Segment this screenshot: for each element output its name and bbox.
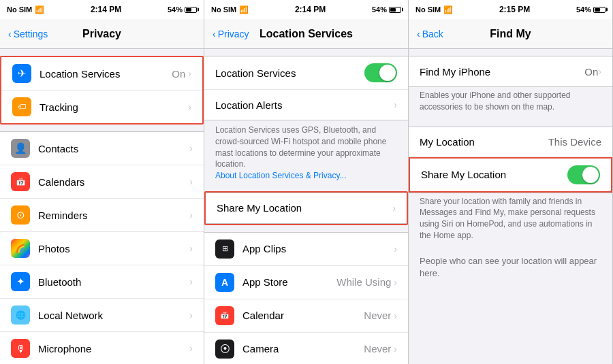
app-store-item[interactable]: A App Store While Using › bbox=[204, 266, 408, 299]
find-my-iphone-group: Find My iPhone On › bbox=[409, 56, 612, 87]
photos-icon: 🌈 bbox=[11, 239, 30, 258]
find-my-iphone-item[interactable]: Find My iPhone On › bbox=[409, 56, 612, 86]
my-location-label: My Location bbox=[420, 136, 548, 148]
content-3: Find My iPhone On › Enables your iPhone … bbox=[409, 49, 612, 364]
local-network-item[interactable]: 🌐 Local Network › bbox=[0, 299, 204, 332]
photos-item[interactable]: 🌈 Photos › bbox=[0, 232, 204, 265]
microphone-item[interactable]: 🎙 Microphone › bbox=[0, 332, 204, 364]
battery-label-1: 54% bbox=[168, 5, 183, 14]
back-label-1[interactable]: Settings bbox=[14, 29, 48, 39]
nav-title-2: Location Services bbox=[260, 28, 353, 40]
calendars-item[interactable]: 📅 Calendars › bbox=[0, 165, 204, 199]
bluetooth-item[interactable]: ✦ Bluetooth › bbox=[0, 265, 204, 299]
description-text: Location Services uses GPS, Bluetooth, a… bbox=[215, 125, 386, 169]
chevron-app-clips: › bbox=[394, 244, 397, 254]
status-bar-3: No SIM 📶 2:15 PM 54% bbox=[409, 0, 612, 19]
chevron-left-icon-3: ‹ bbox=[417, 29, 420, 39]
reminders-item[interactable]: ⊙ Reminders › bbox=[0, 199, 204, 232]
find-my-iphone-label: Find My iPhone bbox=[420, 66, 584, 78]
top-section-2: Location Services Location Alerts › Loca… bbox=[204, 56, 408, 188]
camera-icon-2: ⦿ bbox=[215, 340, 234, 359]
camera-item-2[interactable]: ⦿ Camera Never › bbox=[204, 333, 408, 364]
app-clips-item[interactable]: ⊞ App Clips › bbox=[204, 233, 408, 266]
time-3: 2:15 PM bbox=[499, 5, 530, 14]
wifi-icon-1: 📶 bbox=[35, 5, 44, 14]
chevron-left-icon-2: ‹ bbox=[213, 29, 216, 39]
chevron-microphone: › bbox=[189, 343, 193, 354]
calendar-icon: 📅 bbox=[215, 306, 234, 325]
status-right-1: 54% bbox=[168, 5, 197, 14]
location-services-label: Location Services bbox=[40, 68, 172, 80]
nav-bar-3: ‹ Back Find My bbox=[409, 19, 612, 49]
share-my-location-label-3: Share My Location bbox=[421, 169, 567, 180]
app-store-label: App Store bbox=[242, 276, 336, 288]
battery-label-3: 54% bbox=[576, 5, 591, 14]
chevron-reminders: › bbox=[189, 210, 193, 220]
location-privacy-link[interactable]: About Location Services & Privacy... bbox=[215, 171, 347, 180]
share-my-location-highlighted: Share My Location bbox=[409, 157, 612, 193]
microphone-icon: 🎙 bbox=[11, 339, 30, 358]
my-location-section: My Location This Device Share My Locatio… bbox=[409, 127, 612, 248]
bluetooth-label: Bluetooth bbox=[38, 276, 189, 288]
status-right-2: 54% bbox=[372, 5, 401, 14]
chevron-alerts: › bbox=[394, 99, 397, 110]
panel-location-services: No SIM 📶 2:14 PM 54% ‹ Privacy Location … bbox=[204, 0, 409, 364]
content-1: ✈ Location Services On › 🏷 Tracking › 👤 … bbox=[0, 49, 204, 364]
share-my-location-item[interactable]: Share My Location bbox=[410, 159, 611, 191]
contacts-label: Contacts bbox=[38, 143, 189, 154]
location-services-toggle-item[interactable]: Location Services bbox=[204, 56, 408, 90]
app-section: ⊞ App Clips › A App Store While Using › … bbox=[204, 232, 408, 364]
share-location-section: Share My Location › bbox=[204, 191, 408, 225]
calendar-value: Never bbox=[364, 310, 391, 321]
camera-label-2: Camera bbox=[242, 343, 364, 354]
microphone-label: Microphone bbox=[38, 343, 189, 354]
back-label-2[interactable]: Privacy bbox=[218, 29, 249, 39]
panel-privacy: No SIM 📶 2:14 PM 54% ‹ Settings Privacy … bbox=[0, 0, 204, 364]
no-sim-label-1: No SIM bbox=[7, 5, 32, 14]
chevron-contacts: › bbox=[189, 143, 193, 154]
reminders-icon: ⊙ bbox=[11, 205, 30, 225]
local-network-label: Local Network bbox=[38, 310, 189, 321]
location-services-toggle[interactable] bbox=[364, 63, 397, 82]
nav-title-3: Find My bbox=[490, 28, 531, 40]
back-button-3[interactable]: ‹ Back bbox=[417, 29, 443, 39]
photos-label: Photos bbox=[38, 243, 189, 254]
top-section-1: ✈ Location Services On › 🏷 Tracking › bbox=[0, 56, 204, 125]
nav-bar-1: ‹ Settings Privacy bbox=[0, 19, 204, 49]
calendars-icon: 📅 bbox=[11, 172, 30, 191]
find-my-iphone-value: On bbox=[584, 66, 598, 78]
chevron-find-my-iphone: › bbox=[598, 66, 601, 77]
location-alerts-item[interactable]: Location Alerts › bbox=[204, 90, 408, 120]
back-button-1[interactable]: ‹ Settings bbox=[8, 29, 48, 39]
status-bar-2: No SIM 📶 2:14 PM 54% bbox=[204, 0, 408, 19]
chevron-calendar: › bbox=[394, 310, 397, 321]
chevron-photos: › bbox=[189, 243, 193, 254]
chevron-app-store: › bbox=[394, 277, 397, 288]
status-left-1: No SIM 📶 bbox=[7, 5, 44, 14]
status-bar-1: No SIM 📶 2:14 PM 54% bbox=[0, 0, 204, 19]
my-location-value: This Device bbox=[548, 136, 601, 148]
location-alerts-label: Location Alerts bbox=[215, 99, 394, 111]
my-location-group: My Location This Device Share My Locatio… bbox=[409, 127, 612, 193]
calendar-label: Calendar bbox=[242, 310, 364, 321]
tracking-item[interactable]: 🏷 Tracking › bbox=[1, 90, 202, 123]
calendars-label: Calendars bbox=[38, 176, 189, 188]
share-my-location-item[interactable]: Share My Location › bbox=[206, 193, 407, 223]
location-services-item[interactable]: ✈ Location Services On › bbox=[1, 57, 202, 90]
reminders-label: Reminders bbox=[38, 210, 189, 221]
tracking-label: Tracking bbox=[40, 101, 188, 113]
toggle-knob-share bbox=[582, 167, 599, 183]
nav-title-1: Privacy bbox=[82, 28, 121, 40]
back-button-2[interactable]: ‹ Privacy bbox=[213, 29, 249, 39]
share-my-location-toggle[interactable] bbox=[567, 165, 600, 184]
back-label-3[interactable]: Back bbox=[422, 29, 443, 39]
status-left-2: No SIM 📶 bbox=[211, 5, 249, 14]
people-text: People who can see your location will ap… bbox=[409, 248, 612, 286]
location-toggle-group: Location Services Location Alerts › bbox=[204, 56, 408, 120]
no-sim-label-2: No SIM bbox=[211, 5, 236, 14]
contacts-item[interactable]: 👤 Contacts › bbox=[0, 132, 204, 165]
content-2: Location Services Location Alerts › Loca… bbox=[204, 49, 408, 364]
toggle-knob bbox=[379, 65, 396, 81]
panel-find-my: No SIM 📶 2:15 PM 54% ‹ Back Find My Find… bbox=[409, 0, 613, 364]
calendar-item[interactable]: 📅 Calendar Never › bbox=[204, 299, 408, 333]
